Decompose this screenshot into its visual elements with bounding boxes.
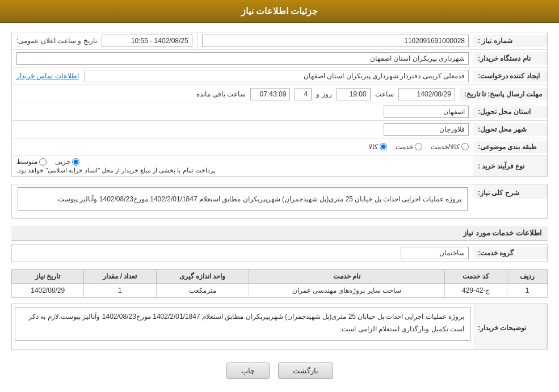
ettelaat-tamas-link[interactable]: اطلاعات تماس خریدار bbox=[16, 72, 79, 80]
shomare-niaz-value: 1102091691000028 bbox=[197, 32, 473, 49]
tabaqebandi-radio: کالا/خدمت خدمت کالا bbox=[12, 141, 473, 153]
tabaqebandi-label: طبقه بندی موضوعی: bbox=[473, 141, 547, 153]
mohlat-label: مهلت ارسال پاسخ: تا تاریخ: bbox=[460, 88, 547, 100]
ostan-value: اصفهان bbox=[12, 103, 473, 120]
nam-dastgah-value: شهرداری پیربکران استان اصفهان bbox=[12, 50, 473, 67]
shomare-niaz-label: شماره نیاز : bbox=[473, 35, 547, 47]
nam-dastgah-label: نام دستگاه خریدار: bbox=[473, 52, 547, 65]
col-radif: ردیف bbox=[507, 269, 547, 284]
sharh-value: پروژه عملیات اجرایی احداث پل خیابان 25 م… bbox=[12, 184, 473, 217]
tarikh-value: 1402/08/29 bbox=[398, 88, 455, 100]
back-button[interactable]: بازگشت bbox=[278, 363, 333, 379]
col-vahed: واحد اندازه گیری bbox=[156, 269, 249, 284]
farayand-note: پرداخت تمام یا بخشی از مبلغ خریدار از مح… bbox=[16, 167, 215, 174]
rooz-value: 4 bbox=[295, 88, 312, 100]
saat-maande-label: ساعت باقی مانده bbox=[196, 90, 246, 98]
tavzihat-value: پروژه عملیات اجرایی احداث پل خیابان 25 م… bbox=[12, 304, 473, 344]
radio-kala-khedmat[interactable]: کالا/خدمت bbox=[431, 143, 469, 151]
tarikh-elaan-label: تاریخ و ساعت اعلان عمومی: bbox=[16, 37, 97, 45]
shahr-label: شهر محل تحویل: bbox=[473, 123, 547, 136]
print-button[interactable]: چاپ bbox=[226, 363, 270, 379]
ijad-konande-value: قدمعلی کریمی دفتردار شهرداری پیربکران اس… bbox=[12, 68, 473, 85]
col-tedad: تعداد / مقدار bbox=[84, 269, 156, 284]
grooh-value: ساختمان bbox=[12, 245, 473, 262]
action-buttons: بازگشت چاپ bbox=[11, 357, 548, 385]
khadamat-section-header: اطلاعات خدمات مورد نیاز bbox=[11, 226, 548, 241]
services-table: ردیف کد خدمت نام خدمت واحد اندازه گیری ت… bbox=[11, 269, 548, 298]
col-nam: نام خدمت bbox=[249, 269, 445, 284]
rooz-label: روز و bbox=[316, 90, 331, 98]
radio-motevaset[interactable]: متوسط bbox=[16, 158, 47, 166]
tarikh-elaan-value: 1402/08/25 - 10:55 bbox=[102, 35, 192, 47]
radio-khedmat[interactable]: خدمت bbox=[396, 143, 422, 151]
grooh-label: گروه خدمت: bbox=[473, 247, 547, 259]
shahr-value: فلاورجان bbox=[12, 121, 473, 138]
tavzihat-label: توضیحات خریدار: bbox=[473, 304, 547, 349]
radio-kala[interactable]: کالا bbox=[368, 143, 387, 151]
sharh-label: شرح کلی نیاز: bbox=[473, 184, 547, 199]
page-header: جزئیات اطلاعات نیاز bbox=[0, 0, 559, 23]
saat-maande-value: 07:43:09 bbox=[250, 88, 290, 100]
ostan-label: استان محل تحویل: bbox=[473, 106, 547, 118]
saat-label: ساعت bbox=[375, 90, 394, 98]
page-title: جزئیات اطلاعات نیاز bbox=[241, 6, 318, 16]
table-row: 1ج-42-429ساخت سایر پروژه‌های مهندسی عمرا… bbox=[12, 284, 548, 298]
col-tarikh: تاریخ نیاز bbox=[12, 269, 84, 284]
radio-jozi[interactable]: جزیی bbox=[55, 158, 79, 166]
noe-farayand-label: نوع فرآیند خرید : bbox=[473, 155, 547, 176]
col-kod: کد خدمت bbox=[445, 269, 507, 284]
saat-value: 19:00 bbox=[337, 88, 371, 100]
ijad-konande-label: ایجاد کننده درخواست: bbox=[473, 70, 547, 82]
